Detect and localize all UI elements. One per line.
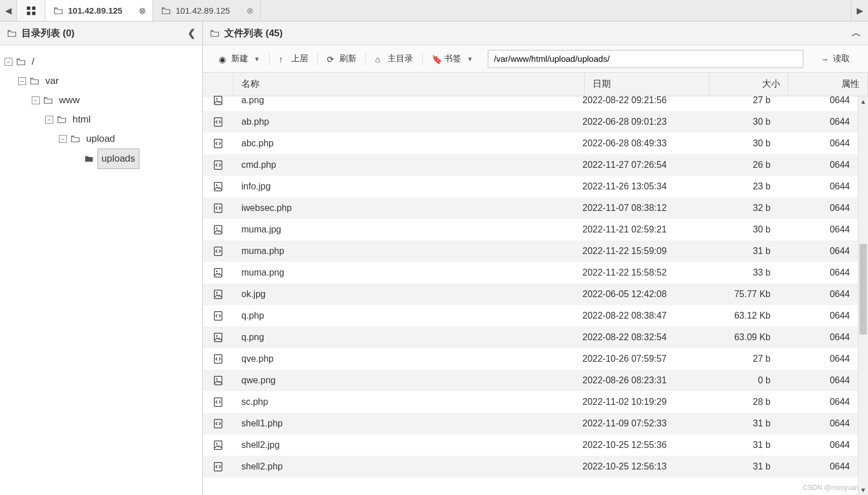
cell-size: 26 b bbox=[699, 160, 778, 170]
cell-name: a.png bbox=[233, 95, 575, 105]
cell-size: 63.09 Kb bbox=[699, 332, 778, 342]
table-row[interactable]: abc.php2022-06-28 08:49:3330 b0644 bbox=[203, 133, 858, 154]
cell-size: 30 b bbox=[699, 117, 778, 127]
tree-node-root[interactable]: − / bbox=[5, 52, 198, 71]
tab-bar: ◀ 101.42.89.125 ⊗ 101.42.89.125 ⊗ ▶ bbox=[0, 0, 868, 22]
file-type-icon bbox=[203, 332, 233, 343]
cell-size: 32 b bbox=[699, 203, 778, 213]
cell-date: 2022-11-22 15:59:09 bbox=[575, 246, 699, 256]
table-row[interactable]: ab.php2022-06-28 09:01:2330 b0644 bbox=[203, 111, 858, 133]
tree-node-html[interactable]: − html bbox=[5, 110, 198, 129]
grid-icon bbox=[25, 5, 37, 16]
cell-attr: 0644 bbox=[778, 354, 858, 364]
cell-date: 2022-11-21 02:59:21 bbox=[575, 225, 699, 235]
cell-date: 2022-11-07 08:38:12 bbox=[575, 203, 699, 213]
cell-name: qwe.png bbox=[233, 375, 575, 386]
cell-size: 31 b bbox=[699, 440, 778, 450]
cell-attr: 0644 bbox=[778, 332, 858, 342]
plus-circle-icon: ◉ bbox=[219, 54, 228, 64]
cell-name: cmd.php bbox=[233, 160, 575, 170]
table-row[interactable]: cmd.php2022-11-27 07:26:5426 b0644 bbox=[203, 154, 858, 176]
home-button[interactable]: ⌂ 主目录 bbox=[366, 45, 422, 72]
cell-attr: 0644 bbox=[778, 138, 858, 149]
table-row[interactable]: info.jpg2022-11-26 13:05:3423 b0644 bbox=[203, 176, 858, 197]
arrow-up-icon: ↑ bbox=[279, 54, 288, 64]
tab-label: 101.42.89.125 bbox=[176, 6, 230, 15]
vertical-scrollbar[interactable]: ▲ ▼ bbox=[858, 96, 868, 495]
tree-node-var[interactable]: − var bbox=[5, 71, 198, 91]
file-type-icon bbox=[203, 396, 233, 408]
cell-date: 2022-06-28 08:49:33 bbox=[575, 138, 699, 149]
table-row[interactable]: iwebsec.php2022-11-07 08:38:1232 b0644 bbox=[203, 197, 858, 219]
path-input[interactable] bbox=[488, 50, 803, 68]
cell-name: sc.php bbox=[233, 397, 575, 407]
toolbar: ◉ 新建 ▼ ↑ 上层 ⟳ 刷新 ⌂ 主目录 🔖 书签 bbox=[203, 45, 868, 73]
table-row[interactable]: qve.php2022-10-26 07:59:5727 b0644 bbox=[203, 348, 858, 370]
tree-node-www[interactable]: − www bbox=[5, 91, 198, 110]
cell-attr: 0644 bbox=[778, 462, 858, 472]
collapse-left-icon[interactable]: ❮ bbox=[188, 27, 195, 39]
cell-attr: 0644 bbox=[778, 181, 858, 192]
file-type-icon bbox=[203, 224, 233, 235]
file-type-icon bbox=[203, 181, 233, 192]
cell-size: 27 b bbox=[699, 354, 778, 364]
home-icon: ⌂ bbox=[375, 54, 384, 64]
tabs-scroll-right[interactable]: ▶ bbox=[851, 0, 868, 21]
table-row[interactable]: a.png2022-08-22 09:21:5627 b0644 bbox=[203, 90, 858, 111]
cell-name: shell2.php bbox=[233, 462, 575, 472]
refresh-icon: ⟳ bbox=[327, 54, 336, 64]
cell-size: 27 b bbox=[699, 95, 778, 105]
table-row[interactable]: muma.jpg2022-11-21 02:59:2130 b0644 bbox=[203, 219, 858, 240]
chevron-down-icon: ▼ bbox=[467, 56, 473, 62]
cell-attr: 0644 bbox=[778, 95, 858, 105]
read-button[interactable]: → 读取 bbox=[809, 45, 861, 72]
cell-attr: 0644 bbox=[778, 203, 858, 213]
tab-active[interactable]: 101.42.89.125 ⊗ bbox=[45, 0, 153, 21]
scroll-thumb[interactable] bbox=[860, 244, 867, 335]
file-type-icon bbox=[203, 461, 233, 472]
cell-attr: 0644 bbox=[778, 311, 858, 321]
new-button[interactable]: ◉ 新建 ▼ bbox=[210, 45, 269, 72]
file-list-panel: 文件列表 (45) ︿ ◉ 新建 ▼ ↑ 上层 ⟳ 刷新 ⌂ 主目录 bbox=[203, 22, 868, 495]
file-type-icon bbox=[203, 375, 233, 386]
tree-node-uploads[interactable]: uploads bbox=[5, 149, 198, 169]
cell-attr: 0644 bbox=[778, 375, 858, 386]
table-row[interactable]: shell2.php2022-10-25 12:56:1331 b0644 bbox=[203, 456, 858, 477]
table-row[interactable]: q.php2022-08-22 08:38:4763.12 Kb0644 bbox=[203, 305, 858, 327]
cell-attr: 0644 bbox=[778, 160, 858, 170]
cell-attr: 0644 bbox=[778, 117, 858, 127]
scroll-down-icon[interactable]: ▼ bbox=[858, 485, 868, 495]
close-icon[interactable]: ⊗ bbox=[245, 6, 254, 15]
table-row[interactable]: shell2.jpg2022-10-25 12:55:3631 b0644 bbox=[203, 434, 858, 456]
tabs-home-button[interactable] bbox=[17, 0, 45, 21]
cell-size: 33 b bbox=[699, 268, 778, 278]
cell-date: 2022-08-22 08:32:54 bbox=[575, 332, 699, 342]
table-row[interactable]: q.png2022-08-22 08:32:5463.09 Kb0644 bbox=[203, 327, 858, 348]
collapse-up-icon[interactable]: ︿ bbox=[852, 27, 861, 40]
tab-inactive[interactable]: 101.42.89.125 ⊗ bbox=[153, 0, 261, 21]
table-row[interactable]: sc.php2022-11-02 10:19:2928 b0644 bbox=[203, 391, 858, 413]
table-row[interactable]: muma.php2022-11-22 15:59:0931 b0644 bbox=[203, 240, 858, 262]
watermark: CSDN @mooyuan bbox=[803, 484, 859, 492]
refresh-button[interactable]: ⟳ 刷新 bbox=[318, 45, 365, 72]
table-row[interactable]: shell1.php2022-11-09 07:52:3331 b0644 bbox=[203, 413, 858, 434]
cell-name: qve.php bbox=[233, 354, 575, 364]
cell-date: 2022-08-22 08:38:47 bbox=[575, 311, 699, 321]
arrow-right-icon: → bbox=[820, 54, 829, 64]
up-button[interactable]: ↑ 上层 bbox=[270, 45, 317, 72]
cell-size: 31 b bbox=[699, 462, 778, 472]
table-row[interactable]: muma.png2022-11-22 15:58:5233 b0644 bbox=[203, 262, 858, 284]
tabs-scroll-left[interactable]: ◀ bbox=[0, 0, 17, 21]
bookmark-button[interactable]: 🔖 书签 ▼ bbox=[423, 45, 482, 72]
table-row[interactable]: qwe.png2022-08-26 08:23:310 b0644 bbox=[203, 370, 858, 391]
cell-name: info.jpg bbox=[233, 181, 575, 192]
cell-attr: 0644 bbox=[778, 268, 858, 278]
filelist-title: 文件列表 (45) bbox=[224, 27, 283, 40]
cell-date: 2022-10-26 07:59:57 bbox=[575, 354, 699, 364]
directory-tree: − / − var − www − html − up bbox=[0, 45, 202, 176]
scroll-up-icon[interactable]: ▲ bbox=[858, 96, 868, 107]
tree-node-upload[interactable]: − upload bbox=[5, 129, 198, 149]
sidebar-title: 目录列表 (0) bbox=[22, 27, 75, 40]
close-icon[interactable]: ⊗ bbox=[138, 6, 147, 15]
table-row[interactable]: ok.jpg2022-06-05 12:42:0875.77 Kb0644 bbox=[203, 284, 858, 305]
